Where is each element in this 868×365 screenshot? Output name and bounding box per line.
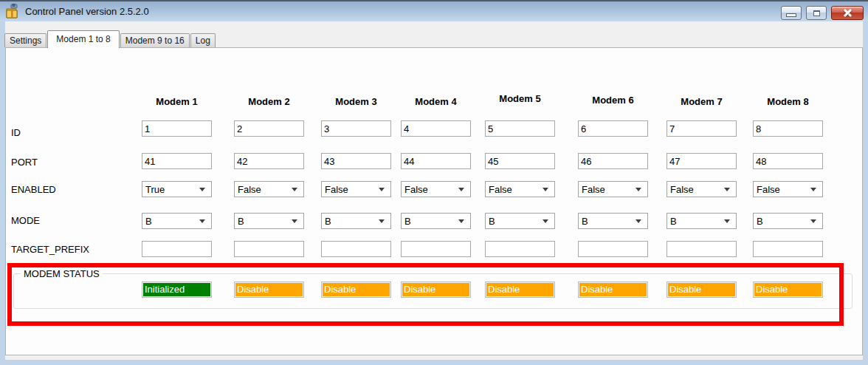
column-header-modem-4: Modem 4 [401, 96, 471, 107]
port-input-modem-8[interactable] [753, 153, 823, 169]
chevron-down-icon [810, 219, 816, 223]
target-prefix-input-modem-3[interactable] [321, 241, 391, 257]
chevron-down-icon [636, 219, 641, 223]
dropdown-selected-value: False [238, 184, 261, 195]
modem-status-label-modem-7: Disable [666, 282, 737, 298]
dropdown-selected-value: False [489, 184, 512, 195]
tab-modem-1-to-8[interactable]: Modem 1 to 8 [47, 30, 119, 48]
row-label-mode: MODE [11, 215, 40, 226]
mode-dropdown-modem-5[interactable]: B [485, 213, 555, 229]
close-icon [843, 8, 852, 18]
tab-log[interactable]: Log [190, 33, 216, 47]
enabled-dropdown-modem-3[interactable]: False [321, 181, 391, 197]
column-header-modem-1: Modem 1 [142, 96, 212, 107]
port-input-modem-3[interactable] [321, 153, 391, 169]
minimize-button[interactable] [781, 6, 802, 20]
target-prefix-input-modem-5[interactable] [485, 241, 555, 257]
chevron-down-icon [199, 219, 205, 223]
enabled-dropdown-modem-5[interactable]: False [485, 181, 555, 197]
chevron-down-icon [292, 188, 297, 191]
target-prefix-input-modem-8[interactable] [753, 241, 823, 257]
id-input-modem-8[interactable] [753, 120, 823, 137]
chevron-down-icon [379, 219, 385, 223]
column-header-modem-3: Modem 3 [321, 96, 391, 107]
chevron-down-icon [379, 188, 385, 191]
id-input-modem-7[interactable] [666, 120, 737, 137]
mode-dropdown-modem-3[interactable]: B [321, 213, 391, 229]
dropdown-selected-value: B [325, 216, 331, 227]
port-input-modem-2[interactable] [234, 153, 304, 169]
modem-status-label-modem-6: Disable [578, 282, 648, 298]
app-window: Control Panel version 2.5.2.0 SettingsMo… [0, 0, 868, 365]
dropdown-selected-value: B [145, 216, 152, 227]
tab-page-modem-1-to-8 [5, 47, 863, 355]
close-button[interactable] [831, 6, 864, 20]
chevron-down-icon [636, 188, 641, 191]
row-label-port: PORT [11, 157, 38, 168]
port-input-modem-5[interactable] [485, 153, 555, 169]
id-input-modem-2[interactable] [234, 120, 304, 137]
id-input-modem-1[interactable] [142, 120, 212, 137]
dropdown-selected-value: B [582, 216, 588, 227]
column-header-modem-6: Modem 6 [578, 95, 648, 106]
dropdown-selected-value: False [404, 184, 428, 195]
dropdown-selected-value: B [757, 216, 763, 227]
chevron-down-icon [199, 188, 205, 191]
column-header-modem-2: Modem 2 [234, 96, 304, 107]
column-header-modem-8: Modem 8 [753, 96, 823, 107]
target-prefix-input-modem-2[interactable] [234, 241, 304, 257]
modem-status-label-modem-3: Disable [321, 282, 391, 298]
chevron-down-icon [292, 219, 297, 223]
enabled-dropdown-modem-8[interactable]: False [753, 181, 823, 197]
mode-dropdown-modem-7[interactable]: B [666, 213, 737, 229]
mode-dropdown-modem-8[interactable]: B [753, 213, 823, 229]
dropdown-selected-value: B [238, 216, 244, 227]
mode-dropdown-modem-6[interactable]: B [578, 213, 648, 229]
enabled-dropdown-modem-1[interactable]: True [142, 181, 212, 197]
column-header-modem-7: Modem 7 [666, 96, 737, 107]
id-input-modem-4[interactable] [401, 120, 471, 137]
target-prefix-input-modem-1[interactable] [142, 241, 212, 257]
modem-status-label-modem-4: Disable [401, 282, 471, 298]
dropdown-selected-value: True [145, 184, 165, 195]
mode-dropdown-modem-1[interactable]: B [142, 213, 212, 229]
dropdown-selected-value: B [670, 216, 677, 227]
row-label-id: ID [11, 127, 21, 138]
dropdown-selected-value: False [582, 184, 605, 195]
modem-status-label-modem-8: Disable [753, 282, 823, 298]
dropdown-selected-value: B [404, 216, 411, 227]
dropdown-selected-value: False [757, 184, 780, 195]
port-input-modem-6[interactable] [578, 153, 648, 169]
enabled-dropdown-modem-4[interactable]: False [401, 181, 471, 197]
port-input-modem-1[interactable] [142, 153, 212, 169]
window-controls [781, 6, 864, 20]
chevron-down-icon [724, 219, 730, 223]
enabled-dropdown-modem-7[interactable]: False [666, 181, 737, 197]
modem-status-label-modem-1: Initialized [142, 282, 212, 298]
tab-settings[interactable]: Settings [4, 33, 46, 47]
maximize-button[interactable] [806, 6, 827, 20]
modem-status-label-modem-2: Disable [234, 282, 304, 298]
chevron-down-icon [542, 188, 548, 191]
enabled-dropdown-modem-6[interactable]: False [578, 181, 648, 197]
id-input-modem-5[interactable] [485, 120, 555, 137]
tab-strip: SettingsModem 1 to 8Modem 9 to 16Log [4, 30, 216, 48]
modem-status-group-label: MODEM STATUS [21, 268, 103, 279]
id-input-modem-3[interactable] [321, 120, 391, 137]
port-input-modem-4[interactable] [401, 153, 471, 169]
target-prefix-input-modem-4[interactable] [401, 241, 471, 257]
tab-modem-9-to-16[interactable]: Modem 9 to 16 [120, 33, 190, 47]
minimize-icon [786, 13, 796, 17]
chevron-down-icon [810, 188, 816, 191]
target-prefix-input-modem-7[interactable] [666, 241, 737, 257]
mode-dropdown-modem-4[interactable]: B [401, 213, 471, 229]
target-prefix-input-modem-6[interactable] [578, 241, 648, 257]
chevron-down-icon [458, 188, 464, 191]
chevron-down-icon [458, 219, 464, 223]
id-input-modem-6[interactable] [578, 120, 648, 137]
dropdown-selected-value: B [489, 216, 495, 227]
mode-dropdown-modem-2[interactable]: B [234, 213, 304, 229]
enabled-dropdown-modem-2[interactable]: False [234, 181, 304, 197]
port-input-modem-7[interactable] [666, 153, 737, 169]
maximize-icon [813, 10, 820, 16]
